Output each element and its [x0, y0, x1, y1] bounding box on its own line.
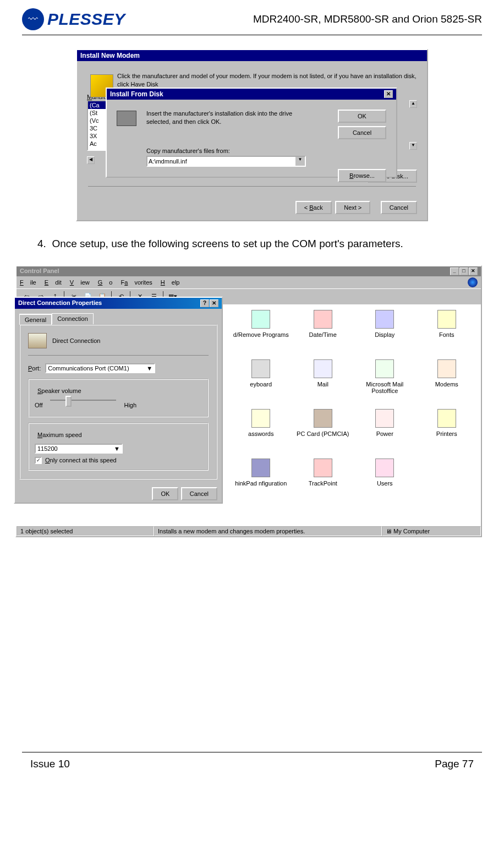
cancel-button[interactable]: Cancel — [181, 487, 217, 500]
logo: 〰 PLESSEY — [22, 8, 125, 30]
cancel-button[interactable]: Cancel — [381, 201, 417, 214]
menu-favorites[interactable]: Favorites — [121, 279, 152, 286]
ok-button[interactable]: OK — [338, 110, 386, 123]
install-from-disk-instruction: Insert the manufacturer's installation d… — [146, 110, 300, 127]
install-modem-title: Install New Modem — [80, 52, 140, 59]
menu-edit[interactable]: Edit — [45, 279, 62, 286]
port-value: Communications Port (COM1) — [48, 365, 129, 372]
step-4-text: 4. Once setup, use the following screens… — [37, 238, 482, 250]
only-connect-label: Only connect at this speed — [45, 457, 117, 463]
page-header: 〰 PLESSEY MDR2400-SR, MDR5800-SR and Ori… — [0, 0, 504, 35]
only-connect-checkbox[interactable]: ✓ — [35, 457, 42, 464]
volume-high-label: High — [124, 402, 136, 408]
control-panel-window: Control Panel _ □ ✕ File Edit View Go Fa… — [15, 265, 482, 537]
close-icon[interactable]: ✕ — [384, 90, 393, 98]
menu-view[interactable]: View — [70, 279, 90, 286]
control-panel-statusbar: 1 object(s) selected Installs a new mode… — [17, 526, 481, 536]
port-label: Port: — [28, 365, 41, 372]
tab-connection[interactable]: Connection — [52, 313, 94, 324]
control-panel-title: Control Panel — [20, 268, 59, 275]
document-title: MDR2400-SR, MDR5800-SR and Orion 5825-SR — [253, 13, 482, 25]
cp-icon-pcmcia[interactable]: PC Card (PCMCIA) — [293, 409, 353, 456]
port-select[interactable]: Communications Port (COM1) ▼ — [45, 363, 155, 373]
control-panel-titlebar: Control Panel _ □ ✕ — [17, 266, 481, 276]
maximize-icon[interactable]: □ — [459, 268, 468, 275]
connection-name: Direct Connection — [52, 337, 100, 344]
menu-file[interactable]: File — [20, 279, 36, 286]
dcp-title: Direct Connection Properties — [18, 299, 102, 307]
scroll-up-icon[interactable]: ▲ — [409, 100, 417, 108]
max-speed-value: 115200 — [37, 445, 58, 452]
page-footer: Issue 10 Page 77 — [22, 752, 482, 781]
ok-button[interactable]: OK — [152, 487, 178, 500]
page-number: Page 77 — [435, 758, 474, 770]
minimize-icon[interactable]: _ — [450, 268, 459, 275]
volume-slider[interactable] — [50, 400, 116, 411]
close-icon[interactable]: ✕ — [210, 299, 218, 307]
cp-icon-keyboard[interactable]: eyboard — [231, 359, 291, 407]
install-new-modem-window: Install New Modem Click the manufacturer… — [76, 49, 428, 221]
slider-thumb-icon[interactable] — [65, 396, 72, 407]
logo-text: PLESSEY — [47, 10, 125, 29]
status-right: 🖥 My Computer — [382, 526, 481, 536]
volume-off-label: Off — [35, 402, 42, 408]
cp-icon-ms-mail[interactable]: Microsoft Mail Postoffice — [355, 359, 415, 407]
step-body: Once setup, use the following screens to… — [52, 238, 403, 249]
hscroll-left-icon[interactable]: ◀ — [87, 156, 95, 164]
max-speed-select[interactable]: 115200 ▼ — [35, 444, 123, 454]
help-icon[interactable]: ? — [200, 299, 209, 307]
scroll-down-icon[interactable]: ▼ — [409, 142, 417, 150]
back-button[interactable]: < Back — [295, 201, 332, 214]
cp-icon-trackpoint[interactable]: TrackPoint — [293, 459, 353, 506]
cp-icon-mail[interactable]: Mail — [293, 359, 353, 407]
issue-number: Issue 10 — [30, 758, 70, 770]
cp-icon-add-remove[interactable]: d/Remove Programs — [231, 310, 291, 357]
cp-icon-printers[interactable]: Printers — [417, 409, 477, 456]
cp-icon-power[interactable]: Power — [355, 409, 415, 456]
cancel-button[interactable]: Cancel — [338, 126, 386, 139]
install-modem-instruction: Click the manufacturer and model of your… — [87, 69, 417, 89]
cp-icon-datetime[interactable]: Date/Time — [293, 310, 353, 357]
ie-logo-icon — [468, 277, 478, 287]
dropdown-icon[interactable]: ▼ — [295, 157, 305, 166]
install-from-disk-dialog: Install From Disk ✕ Insert the manufactu… — [106, 88, 397, 178]
close-icon[interactable]: ✕ — [469, 268, 478, 275]
browse-button[interactable]: Browse... — [338, 169, 386, 182]
logo-icon: 〰 — [22, 8, 44, 30]
header-rule — [22, 35, 482, 35]
dcp-titlebar: Direct Connection Properties ? ✕ — [15, 298, 222, 309]
step-number: 4. — [37, 238, 46, 249]
next-button[interactable]: Next > — [335, 201, 370, 214]
status-mid: Installs a new modem and changes modem p… — [154, 526, 382, 536]
status-left: 1 object(s) selected — [17, 526, 154, 536]
control-panel-menubar: File Edit View Go Favorites Help — [17, 276, 481, 288]
cp-icon-display[interactable]: Display — [355, 310, 415, 357]
cp-icon-passwords[interactable]: asswords — [231, 409, 291, 456]
cp-icon-thinkpad[interactable]: hinkPad nfiguration — [231, 459, 291, 506]
cp-icon-users[interactable]: Users — [355, 459, 415, 506]
dropdown-icon[interactable]: ▼ — [146, 365, 152, 372]
speaker-volume-label: Speaker volume — [36, 388, 83, 394]
dropdown-icon[interactable]: ▼ — [114, 445, 120, 452]
install-from-disk-title: Install From Disk — [110, 90, 163, 98]
max-speed-label: Maximum speed — [36, 432, 84, 438]
install-from-disk-titlebar: Install From Disk ✕ — [107, 89, 396, 100]
cp-icon-fonts[interactable]: Fonts — [417, 310, 477, 357]
menu-help[interactable]: Help — [161, 279, 180, 286]
modem-icon — [28, 333, 47, 348]
disk-icon — [117, 111, 136, 126]
tab-general[interactable]: General — [19, 314, 52, 325]
install-modem-titlebar: Install New Modem — [77, 50, 427, 61]
path-input[interactable] — [147, 157, 295, 166]
path-combobox[interactable]: ▼ — [146, 156, 306, 167]
cp-icon-modems[interactable]: Modems — [417, 359, 477, 407]
direct-connection-properties-dialog: Direct Connection Properties ? ✕ General… — [14, 297, 223, 504]
menu-go[interactable]: Go — [98, 279, 113, 286]
